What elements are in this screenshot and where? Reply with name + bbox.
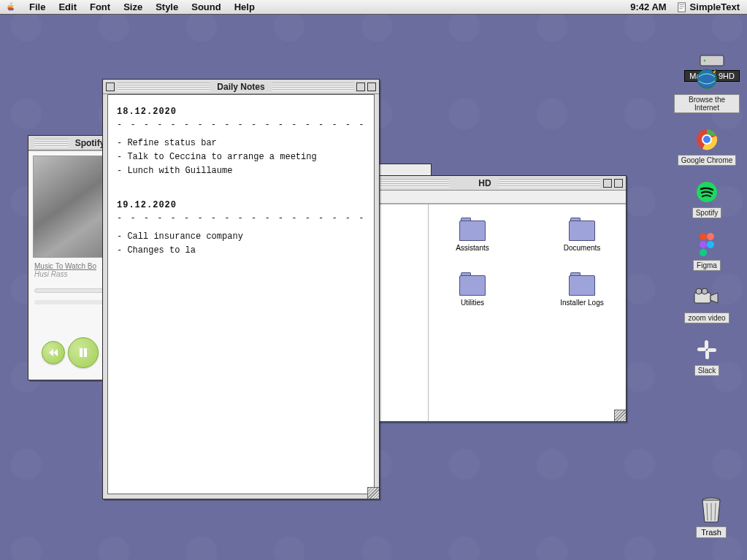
resize-handle[interactable] (367, 487, 379, 499)
camcorder-icon (692, 284, 721, 310)
application-menu[interactable]: SimpleText (677, 1, 740, 12)
svg-rect-15 (694, 293, 710, 303)
close-button[interactable] (106, 83, 115, 91)
svg-point-12 (700, 241, 707, 248)
play-pause-button[interactable] (68, 337, 99, 368)
trashcan-icon (698, 496, 724, 525)
svg-rect-29 (80, 348, 83, 357)
notes-text-area[interactable]: 18.12.2020 - - - - - - - - - - - - - - -… (107, 94, 375, 494)
svg-point-5 (704, 60, 706, 62)
zoom-button[interactable] (356, 83, 365, 91)
desktop-icon-spotify[interactable]: Spotify (674, 179, 740, 218)
desktop-icon-figma[interactable]: Figma (674, 231, 740, 271)
folder-documents[interactable]: Documents (553, 218, 611, 252)
svg-point-17 (696, 288, 702, 294)
folder-installer-logs[interactable]: Installer Logs (553, 272, 611, 307)
svg-marker-16 (710, 293, 718, 303)
svg-point-11 (707, 233, 714, 240)
svg-rect-22 (708, 348, 716, 352)
svg-point-8 (702, 135, 711, 144)
svg-marker-27 (49, 349, 53, 356)
folder-utilities[interactable]: Utilities (443, 272, 502, 307)
apple-menu-icon[interactable] (6, 2, 16, 12)
slack-icon (692, 337, 721, 363)
svg-rect-19 (705, 340, 708, 349)
svg-rect-21 (705, 350, 709, 359)
menu-font[interactable]: Font (90, 1, 110, 12)
globe-icon (692, 66, 721, 92)
folder-icon (458, 218, 487, 241)
finder-content: Assistants Documents Utilities Installer… (429, 204, 626, 421)
svg-rect-30 (84, 348, 87, 357)
menu-help[interactable]: Help (234, 1, 255, 12)
svg-marker-28 (53, 349, 58, 356)
daily-notes-window[interactable]: Daily Notes 18.12.2020 - - - - - - - - -… (102, 79, 380, 499)
folder-assistants[interactable]: Assistants (443, 218, 502, 252)
menu-sound[interactable]: Sound (191, 1, 221, 12)
resize-handle[interactable] (614, 410, 626, 421)
folder-icon (567, 218, 597, 241)
zoom-button[interactable] (603, 179, 612, 188)
folder-icon (567, 272, 597, 296)
desktop-icon-zoom-video[interactable]: zoom video (674, 284, 740, 323)
svg-point-10 (700, 233, 707, 240)
svg-point-14 (700, 249, 707, 256)
notes-titlebar[interactable]: Daily Notes (103, 80, 379, 94)
svg-point-18 (702, 288, 708, 294)
menubar: File Edit Font Size Style Sound Help 9:4… (0, 0, 747, 15)
folder-icon (458, 272, 487, 296)
svg-rect-20 (697, 348, 706, 351)
desktop-icon-google-chrome[interactable]: Google Chrome (674, 126, 740, 166)
chrome-icon (692, 126, 721, 153)
desktop-icon-slack[interactable]: Slack (674, 337, 740, 376)
simpletext-icon (677, 2, 687, 12)
figma-icon (692, 231, 721, 258)
menubar-clock[interactable]: 9:42 AM (630, 1, 666, 12)
spotify-icon (692, 179, 721, 205)
menu-edit[interactable]: Edit (58, 1, 77, 12)
menu-size[interactable]: Size (123, 1, 142, 12)
desktop-icon-browse-internet[interactable]: Browse the Internet (674, 66, 740, 113)
trash-icon[interactable]: Trash (696, 496, 727, 538)
collapse-button[interactable] (614, 179, 623, 188)
menu-style[interactable]: Style (156, 1, 178, 12)
previous-track-button[interactable] (42, 341, 65, 364)
svg-rect-0 (678, 2, 685, 11)
collapse-button[interactable] (367, 83, 376, 91)
svg-point-13 (707, 241, 714, 248)
menu-file[interactable]: File (29, 1, 45, 12)
